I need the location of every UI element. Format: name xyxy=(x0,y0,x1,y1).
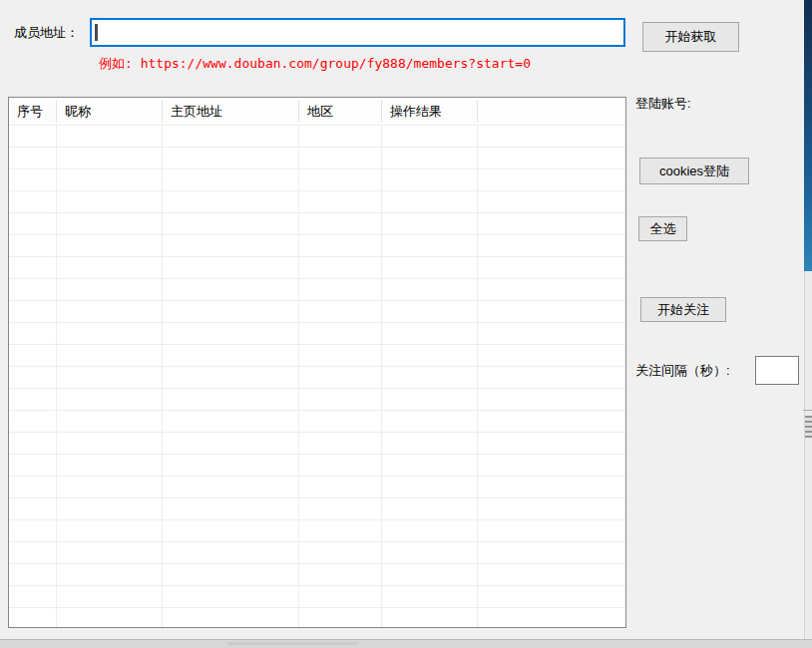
table-cell xyxy=(9,301,57,322)
app-window: 成员地址： 例如: https://www.douban.com/group/f… xyxy=(0,0,804,639)
column-header[interactable]: 序号 xyxy=(9,101,57,123)
screenshot-stage: 成员地址： 例如: https://www.douban.com/group/f… xyxy=(0,0,812,648)
table-cell xyxy=(163,608,299,627)
table-cell xyxy=(163,169,299,190)
table-cell xyxy=(163,564,299,585)
table-cell xyxy=(57,301,163,322)
table-cell xyxy=(299,235,382,256)
table-cell xyxy=(382,257,478,278)
table-cell xyxy=(382,345,478,366)
table-cell xyxy=(57,389,163,410)
column-header[interactable]: 地区 xyxy=(299,101,382,123)
start-follow-button[interactable]: 开始关注 xyxy=(640,297,726,322)
table-row[interactable] xyxy=(9,235,625,257)
table-cell xyxy=(478,477,625,497)
table-cell xyxy=(9,345,57,366)
table-cell xyxy=(382,542,478,563)
cookies-login-button[interactable]: cookies登陆 xyxy=(639,158,749,184)
table-cell xyxy=(299,323,382,344)
table-row[interactable] xyxy=(9,498,625,520)
table-cell xyxy=(478,191,625,212)
table-cell xyxy=(478,586,625,607)
window-bottom-shadow xyxy=(227,642,357,645)
table-row[interactable] xyxy=(9,191,625,213)
table-cell xyxy=(299,279,382,300)
table-cell xyxy=(382,498,478,519)
table-cell xyxy=(57,586,163,607)
table-cell xyxy=(163,433,299,454)
table-cell xyxy=(57,498,163,519)
table-cell xyxy=(478,323,625,344)
table-row[interactable] xyxy=(9,367,625,389)
column-header[interactable]: 操作结果 xyxy=(382,101,478,123)
table-cell xyxy=(57,411,163,432)
table-cell xyxy=(57,608,163,627)
table-row[interactable] xyxy=(9,520,625,542)
table-row[interactable] xyxy=(9,608,625,627)
table-cell xyxy=(9,542,57,563)
table-cell xyxy=(382,608,478,627)
table-cell xyxy=(9,126,57,147)
table-row[interactable] xyxy=(9,586,625,608)
table-cell xyxy=(57,542,163,563)
table-cell xyxy=(382,235,478,256)
table-row[interactable] xyxy=(9,301,625,323)
table-cell xyxy=(163,542,299,563)
table-cell xyxy=(299,191,382,212)
table-cell xyxy=(478,126,625,147)
table-cell xyxy=(9,477,57,497)
table-cell xyxy=(478,169,625,190)
table-cell xyxy=(163,126,299,147)
table-cell xyxy=(478,542,625,563)
table-cell xyxy=(9,608,57,627)
table-row[interactable] xyxy=(9,477,625,498)
table-row[interactable] xyxy=(9,389,625,411)
table-cell xyxy=(478,279,625,300)
table-cell xyxy=(9,148,57,168)
table-header: 序号昵称主页地址地区操作结果 xyxy=(9,98,625,126)
table-row[interactable] xyxy=(9,542,625,564)
table-row[interactable] xyxy=(9,411,625,433)
table-cell xyxy=(57,169,163,190)
table-row[interactable] xyxy=(9,345,625,367)
table-cell xyxy=(299,301,382,322)
table-row[interactable] xyxy=(9,433,625,455)
table-cell xyxy=(382,389,478,410)
table-cell xyxy=(382,279,478,300)
table-cell xyxy=(9,564,57,585)
table-cell xyxy=(163,345,299,366)
table-cell xyxy=(57,191,163,212)
table-cell xyxy=(382,191,478,212)
table-cell xyxy=(9,433,57,454)
table-cell xyxy=(299,411,382,432)
select-all-button[interactable]: 全选 xyxy=(638,216,687,241)
column-header[interactable]: 主页地址 xyxy=(163,101,299,123)
start-fetch-button[interactable]: 开始获取 xyxy=(642,22,739,52)
table-cell xyxy=(299,345,382,366)
member-table[interactable]: 序号昵称主页地址地区操作结果 xyxy=(8,97,626,628)
follow-interval-input[interactable] xyxy=(755,356,799,385)
table-row[interactable] xyxy=(9,279,625,301)
table-row[interactable] xyxy=(9,257,625,279)
table-row[interactable] xyxy=(9,126,625,148)
table-cell xyxy=(57,126,163,147)
table-cell xyxy=(163,279,299,300)
table-cell xyxy=(163,455,299,476)
table-cell xyxy=(299,586,382,607)
table-row[interactable] xyxy=(9,455,625,477)
table-cell xyxy=(299,257,382,278)
table-cell xyxy=(9,389,57,410)
table-row[interactable] xyxy=(9,169,625,191)
background-window-artifact xyxy=(805,416,812,438)
column-header[interactable] xyxy=(478,101,625,123)
table-cell xyxy=(478,455,625,476)
table-row[interactable] xyxy=(9,323,625,345)
table-cell xyxy=(163,257,299,278)
table-cell xyxy=(299,477,382,497)
member-url-input[interactable] xyxy=(90,18,625,47)
column-header[interactable]: 昵称 xyxy=(57,101,163,123)
table-row[interactable] xyxy=(9,213,625,235)
table-row[interactable] xyxy=(9,564,625,586)
table-cell xyxy=(57,323,163,344)
table-row[interactable] xyxy=(9,148,625,169)
